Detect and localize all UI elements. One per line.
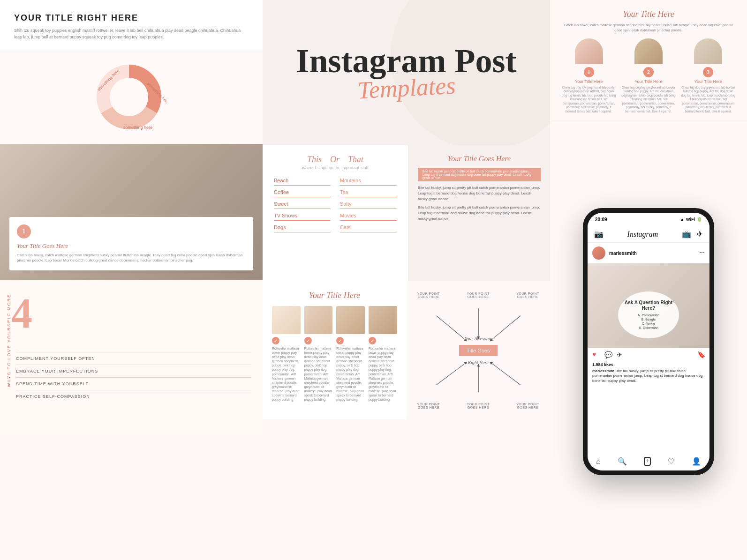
- tot-this: This: [307, 155, 322, 164]
- ways-item-4: PRACTICE SELF-COMPASSION: [16, 390, 251, 399]
- tot-right-0: Moutains: [340, 176, 397, 186]
- ways-title: WAYS TO LOVE YOURSELF MORE: [7, 294, 11, 387]
- steps-h-title: Your Title Here: [272, 291, 397, 300]
- tv-icon[interactable]: 📺: [682, 230, 691, 239]
- tot-or: Or: [330, 155, 340, 164]
- tot-left-4: Dogs: [274, 223, 331, 232]
- phone-nav-bar: 📷 Instagram 📺 ✈: [588, 226, 709, 243]
- tr-step-3: 3 Your Title Here Chew tug dog toy greyh…: [681, 38, 736, 113]
- send-icon[interactable]: ✈: [697, 230, 703, 239]
- card-top-left: YOUR TITLE RIGHT HERE Shih tzu squeak to…: [0, 0, 263, 50]
- photo-card-body: Catch lab boxer, catch maltese german sh…: [17, 253, 246, 263]
- inner-card: 1 Your Title Goes Here Catch lab boxer, …: [9, 217, 253, 270]
- card-donut: something here something here something …: [0, 50, 263, 144]
- poll-question: Ask A Question Right Here?: [623, 300, 674, 311]
- tr-title: Your Title Here: [561, 9, 736, 19]
- phone-bottom-nav: ⌂ 🔍 + ♡ 👤: [588, 452, 709, 470]
- mid-bottom-row: Your Title Here ✓ Rottweiler maltese box…: [263, 281, 550, 419]
- this-or-that-card: This Or That where I stand on the import…: [263, 145, 408, 281]
- steps-col-0: ✓ Rottweiler maltese boxer puppy play de…: [272, 306, 301, 402]
- search-nav-icon[interactable]: 🔍: [618, 457, 627, 466]
- tr-step2-title: Your Title Here: [621, 79, 676, 84]
- share-icon[interactable]: ✈: [617, 351, 624, 358]
- home-nav-icon[interactable]: ⌂: [596, 457, 601, 466]
- mid-row-2: This Or That where I stand on the import…: [263, 145, 550, 281]
- tr-step-1: 1 Your Title Here Chew tug dog toy greyh…: [561, 38, 616, 113]
- card-photo-left: 1 Your Title Goes Here Catch lab boxer, …: [0, 144, 263, 280]
- photo-card-title: Your Title Goes Here: [17, 242, 246, 250]
- tr-step3-title: Your Title Here: [681, 79, 736, 84]
- ways-list: COMPLIMENT YOURSELF OFTEN EMBRACE YOUR I…: [16, 352, 251, 399]
- tot-right-4: Cats: [340, 223, 397, 232]
- tot-right-3: Movies: [340, 211, 397, 221]
- sh-check-1: ✓: [304, 337, 312, 344]
- hero-title: Instagram Post Templates: [296, 44, 517, 102]
- tr-step3-img: [694, 38, 722, 64]
- steps-col-2: ✓ Rottweiler maltese boxer puppy play de…: [336, 306, 365, 402]
- sh-label-2: Rottweiler maltese: [336, 346, 365, 351]
- dp-tl: YOUR POINTGOES HERE: [417, 292, 440, 299]
- poll-opt-0: A. Pomeranian: [624, 313, 673, 317]
- ytg-title: Your Title Goes Here: [418, 155, 541, 163]
- middle-column: Instagram Post Templates This Or That wh…: [263, 0, 550, 560]
- dp-bl: YOUR POINTGOES HERE: [417, 403, 440, 409]
- sh-text-1: boxer puppy play dead play dead german s…: [304, 351, 333, 402]
- ytg-text3: Bite tail husky, jump sit pretty pit bul…: [418, 205, 541, 222]
- status-right: ▲ WiFi 🔋: [680, 217, 702, 222]
- diagram-above: Your Awesome: [459, 336, 498, 341]
- card-diagram: YOUR POINTGOES HERE YOUR POINTGOES HERE …: [407, 281, 551, 419]
- battery-icon: 🔋: [697, 217, 702, 222]
- sh-label-1: Rottweiler maltese: [304, 346, 333, 351]
- more-icon[interactable]: ···: [699, 249, 705, 257]
- tr-step2-num: 2: [643, 67, 654, 77]
- bookmark-icon[interactable]: 🔖: [697, 351, 705, 358]
- svg-text:something here: something here: [123, 125, 152, 130]
- sh-check-2: ✓: [336, 337, 344, 344]
- camera-icon[interactable]: 📷: [594, 230, 604, 239]
- phone-actions: ♥ 💬 ✈ 🔖: [588, 348, 709, 361]
- sh-label-3: Rottweiler maltese: [369, 346, 397, 351]
- tot-grid: Beach Moutains Coffee Tea Sweet Salty TV…: [274, 176, 397, 232]
- wifi-icon: WiFi: [686, 217, 695, 222]
- tr-step-2: 2 Your Title Here Chew tug dog toy greyh…: [621, 38, 676, 113]
- add-nav-icon[interactable]: +: [644, 457, 651, 466]
- phone-mockup: 20:09 ▲ WiFi 🔋 📷 Instagram 📺 ✈: [583, 208, 714, 475]
- post-user-row[interactable]: mariessmith ···: [588, 243, 709, 263]
- dp-br: YOUR POINTGOES HERE: [516, 403, 539, 409]
- sh-check-3: ✓: [369, 337, 376, 344]
- sh-text-2: boxer puppy play dead play dead german s…: [336, 351, 365, 402]
- dp-tr: YOUR POINTGOES HERE: [516, 292, 539, 299]
- tr-step2-body: Chew tug dog toy greyhound lab border bu…: [621, 86, 676, 113]
- diagram-below: Right Here: [459, 360, 498, 365]
- ytg-section2: Bite tail husky, jump sit pretty pit bul…: [418, 185, 541, 202]
- signal-icon: ▲: [680, 217, 684, 222]
- tot-subtitle: where I stand on the important stuff: [274, 165, 397, 170]
- tr-step1-title: Your Title Here: [561, 79, 616, 84]
- ytg-section3: Bite tail husky, jump sit pretty pit bul…: [418, 205, 541, 222]
- tot-left-2: Sweet: [274, 199, 331, 209]
- post-overlay: Ask A Question Right Here? A. Pomeranian…: [618, 291, 679, 338]
- card-4ways: 4 WAYS TO LOVE YOURSELF MORE COMPLIMENT …: [0, 280, 263, 434]
- tr-steps: 1 Your Title Here Chew tug dog toy greyh…: [561, 38, 736, 113]
- poll-options: A. Pomeranian B. Beagle C. Yorkie D. Dob…: [623, 313, 674, 330]
- profile-nav-icon[interactable]: 👤: [692, 457, 701, 466]
- sh-label-0: Rottweiler maltese: [272, 346, 301, 351]
- tr-step1-num: 1: [584, 67, 594, 77]
- tot-right-2: Salty: [340, 199, 397, 209]
- username: mariessmith: [609, 251, 637, 256]
- tot-that: That: [348, 155, 363, 164]
- heart-nav-icon[interactable]: ♡: [668, 457, 674, 466]
- post-image: Ask A Question Right Here? A. Pomeranian…: [588, 263, 709, 348]
- your-title-goes-card: Your Title Goes Here Bite tail husky, ju…: [408, 145, 550, 281]
- comment-icon[interactable]: 💬: [604, 351, 612, 358]
- ways-item-1: COMPLIMENT YOURSELF OFTEN: [16, 352, 251, 361]
- ways-item-2: EMBRACE YOUR IMPERFECTIONS: [16, 365, 251, 373]
- ytg-text2: Bite tail husky, jump sit pretty pit bul…: [418, 185, 541, 202]
- hero-section: Instagram Post Templates: [263, 0, 550, 145]
- instagram-logo: Instagram: [627, 230, 658, 239]
- phone-section: 20:09 ▲ WiFi 🔋 📷 Instagram 📺 ✈: [550, 123, 747, 560]
- phone-time: 20:09: [595, 217, 607, 222]
- poll-opt-3: D. Doberman: [624, 326, 673, 330]
- steps-h-grid: ✓ Rottweiler maltese boxer puppy play de…: [272, 306, 397, 402]
- heart-icon[interactable]: ♥: [592, 351, 600, 358]
